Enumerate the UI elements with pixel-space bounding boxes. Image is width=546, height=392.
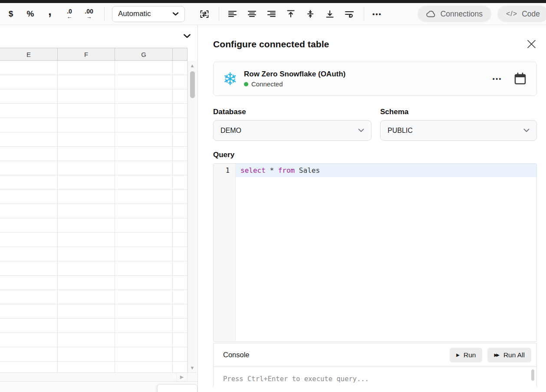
- grid-cell[interactable]: [115, 75, 173, 89]
- grid-cell[interactable]: [173, 247, 187, 261]
- column-header-F[interactable]: F: [58, 48, 115, 60]
- grid-cell[interactable]: [173, 61, 187, 75]
- grid-cell[interactable]: [0, 290, 58, 304]
- grid-cell[interactable]: [115, 190, 173, 204]
- grid-cell[interactable]: [0, 89, 58, 104]
- grid-cell[interactable]: [0, 61, 58, 75]
- query-editor[interactable]: 1 select * from Sales: [213, 163, 537, 342]
- number-format-dropdown[interactable]: Automatic: [112, 6, 185, 22]
- console-output[interactable]: Press Ctrl+Enter to execute query...: [214, 367, 536, 387]
- increase-decimal-button[interactable]: .00→: [81, 6, 97, 22]
- comma-format-button[interactable]: ,: [42, 6, 58, 22]
- grid-cell[interactable]: [115, 247, 173, 261]
- grid-cell[interactable]: [173, 75, 187, 89]
- swap-icon[interactable]: [195, 6, 214, 22]
- grid-cell[interactable]: [115, 175, 173, 190]
- grid-cell[interactable]: [0, 304, 58, 319]
- grid-cell[interactable]: [58, 218, 115, 233]
- scroll-right-arrow[interactable]: ▶: [176, 373, 187, 381]
- run-button[interactable]: ▶ Run: [450, 348, 482, 362]
- text-wrap-icon[interactable]: [340, 6, 359, 22]
- grid-cell[interactable]: [58, 89, 115, 104]
- grid-cell[interactable]: [173, 132, 187, 147]
- grid-cell[interactable]: [58, 161, 115, 175]
- grid-cell[interactable]: [0, 118, 58, 132]
- grid-cell[interactable]: [0, 333, 58, 347]
- grid-cell[interactable]: [0, 233, 58, 247]
- grid-cell[interactable]: [0, 347, 58, 362]
- grid-cell[interactable]: [58, 61, 115, 75]
- grid-cell[interactable]: [58, 304, 115, 319]
- grid-cell[interactable]: [173, 362, 187, 372]
- grid-cell[interactable]: [173, 218, 187, 233]
- align-right-icon[interactable]: [262, 6, 280, 22]
- grid-cell[interactable]: [115, 218, 173, 233]
- grid-cell[interactable]: [58, 276, 115, 290]
- grid-cell[interactable]: [173, 290, 187, 304]
- grid-cell[interactable]: [58, 132, 115, 147]
- schema-select[interactable]: PUBLIC: [380, 120, 537, 141]
- grid-cell[interactable]: [0, 132, 58, 147]
- grid-cell[interactable]: [173, 261, 187, 276]
- grid-cell[interactable]: [173, 304, 187, 319]
- grid-cell[interactable]: [173, 89, 187, 104]
- grid-cell[interactable]: [0, 147, 58, 161]
- database-select[interactable]: DEMO: [213, 120, 372, 141]
- grid-cell[interactable]: [58, 104, 115, 118]
- grid-cell[interactable]: [115, 304, 173, 319]
- grid-cell[interactable]: [173, 233, 187, 247]
- column-header-partial[interactable]: [173, 48, 187, 60]
- grid-cell[interactable]: [0, 204, 58, 218]
- grid-cell[interactable]: [58, 204, 115, 218]
- grid-cell[interactable]: [173, 276, 187, 290]
- grid-cell[interactable]: [0, 190, 58, 204]
- vertical-scrollbar[interactable]: ▲ ▼: [187, 61, 197, 372]
- column-header-G[interactable]: G: [115, 48, 173, 60]
- grid-cell[interactable]: [115, 204, 173, 218]
- console-scroll-thumb[interactable]: [531, 369, 534, 381]
- grid-cell[interactable]: [173, 175, 187, 190]
- grid-cell[interactable]: [58, 75, 115, 89]
- percent-format-button[interactable]: %: [22, 6, 39, 22]
- grid-cell[interactable]: [0, 247, 58, 261]
- code-area[interactable]: select * from Sales: [236, 164, 536, 342]
- grid-cell[interactable]: [115, 161, 173, 175]
- grid-cell[interactable]: [58, 261, 115, 276]
- grid-cell[interactable]: [0, 261, 58, 276]
- align-center-icon[interactable]: [243, 6, 261, 22]
- grid-cell[interactable]: [58, 319, 115, 333]
- vertical-align-bottom-icon[interactable]: [321, 6, 339, 22]
- grid-cell[interactable]: [173, 104, 187, 118]
- close-icon[interactable]: [526, 38, 537, 49]
- column-header-E[interactable]: E: [0, 48, 58, 60]
- grid-cell[interactable]: [58, 147, 115, 161]
- grid-cell[interactable]: [0, 75, 58, 89]
- align-left-icon[interactable]: [223, 6, 241, 22]
- grid-cell[interactable]: [58, 190, 115, 204]
- grid-cell[interactable]: [58, 233, 115, 247]
- scroll-up-arrow[interactable]: ▲: [188, 62, 197, 69]
- horizontal-scrollbar[interactable]: ▶: [0, 372, 197, 381]
- grid-cell[interactable]: [115, 290, 173, 304]
- grid-cell[interactable]: [115, 276, 173, 290]
- grid-cell[interactable]: [115, 362, 173, 372]
- more-options-button[interactable]: •••: [368, 6, 386, 22]
- grid-cell[interactable]: [0, 104, 58, 118]
- grid-cell[interactable]: [115, 147, 173, 161]
- grid-cell[interactable]: [115, 132, 173, 147]
- grid-cell[interactable]: [115, 347, 173, 362]
- grid-cell[interactable]: [0, 362, 58, 372]
- grid-cell[interactable]: [0, 319, 58, 333]
- collapse-chevron-icon[interactable]: [181, 30, 193, 42]
- grid-cell[interactable]: [58, 290, 115, 304]
- grid-cell[interactable]: [173, 319, 187, 333]
- grid-cell[interactable]: [58, 118, 115, 132]
- connection-more-button[interactable]: •••: [493, 76, 502, 82]
- grid-cell[interactable]: [173, 204, 187, 218]
- sheet-tab[interactable]: [157, 384, 197, 392]
- vertical-align-top-icon[interactable]: [282, 6, 300, 22]
- grid-cell[interactable]: [58, 333, 115, 347]
- grid-cell[interactable]: [58, 175, 115, 190]
- grid-cell[interactable]: [58, 247, 115, 261]
- grid-cell[interactable]: [115, 104, 173, 118]
